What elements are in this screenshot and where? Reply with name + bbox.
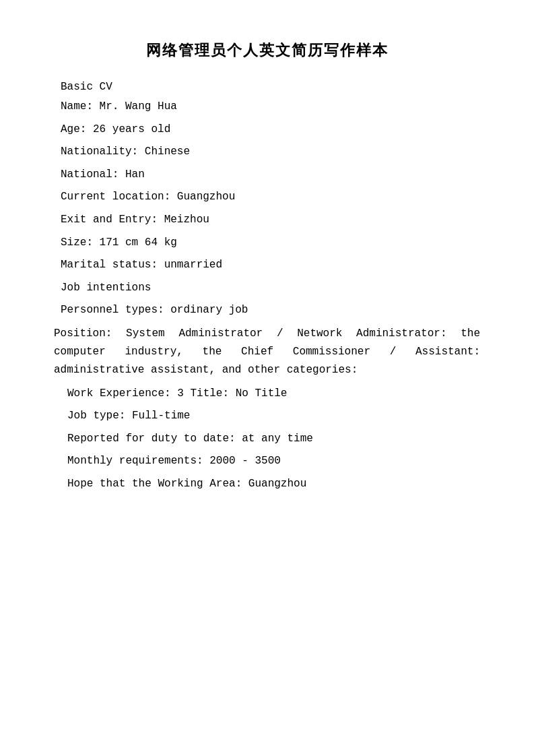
field-age: Age: 26 years old [61, 121, 480, 139]
field-marital: Marital status: unmarried [61, 257, 480, 274]
field-location: Current location: Guangzhou [61, 189, 480, 206]
personnel-types: Personnel types: ordinary job [61, 302, 480, 319]
job-intentions-label: Job intentions [61, 280, 480, 297]
basic-cv-label: Basic CV [61, 81, 480, 93]
field-national: National: Han [61, 166, 480, 184]
field-exit-entry: Exit and Entry: Meizhou [61, 212, 480, 229]
reported-duty: Reported for duty to date: at any time [67, 431, 480, 448]
page-title: 网络管理员个人英文简历写作样本 [54, 40, 480, 61]
work-experience: Work Experience: 3 Title: No Title [67, 385, 480, 403]
position-block: Position: System Administrator / Network… [54, 325, 480, 380]
job-type: Job type: Full-time [67, 408, 480, 425]
hope-area: Hope that the Working Area: Guangzhou [67, 476, 480, 493]
field-nationality: Nationality: Chinese [61, 144, 480, 161]
monthly-requirements: Monthly requirements: 2000 - 3500 [67, 453, 480, 470]
field-name: Name: Mr. Wang Hua [61, 98, 480, 116]
field-size: Size: 171 cm 64 kg [61, 234, 480, 252]
